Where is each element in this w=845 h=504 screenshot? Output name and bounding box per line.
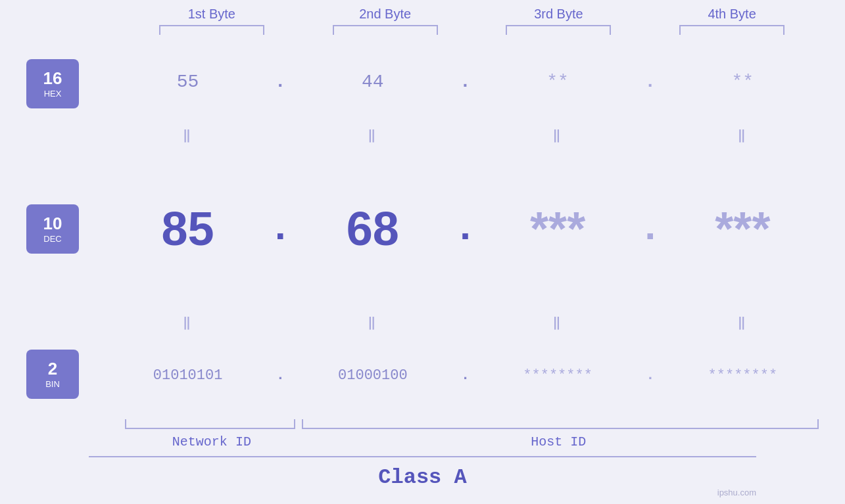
hex-b4-cell: **	[667, 72, 819, 92]
bin-b2-cell: 01000100	[297, 367, 448, 384]
dec-b1-value: 85	[162, 202, 214, 256]
bin-b4-cell: ********	[667, 367, 819, 384]
hex-b1-cell: 55	[112, 72, 264, 92]
hex-b2-value: 44	[362, 72, 384, 92]
hex-base: HEX	[44, 89, 62, 99]
top-brackets	[26, 25, 819, 35]
eq2-b3: ‖	[482, 314, 634, 331]
main-container: 1st Byte 2nd Byte 3rd Byte 4th Byte 16 H…	[0, 0, 845, 504]
hex-b1-value: 55	[177, 72, 199, 92]
bin-sep2: .	[449, 367, 482, 384]
bin-b1-cell: 01010101	[112, 367, 264, 384]
bin-num: 2	[48, 359, 57, 379]
hex-sep1: .	[264, 72, 297, 92]
hex-b4-value: **	[732, 72, 754, 92]
dec-sep3: .	[634, 206, 667, 251]
bracket-top-1	[159, 25, 264, 35]
dec-b1-cell: 85	[112, 202, 264, 256]
bin-b4-value: ********	[708, 367, 778, 384]
dec-b3-cell: ***	[482, 202, 634, 256]
host-bracket	[302, 419, 819, 429]
dec-num: 10	[43, 214, 62, 234]
hex-sep2: .	[449, 72, 482, 92]
network-bracket	[125, 419, 295, 429]
bin-b3-value: ********	[523, 367, 592, 384]
bottom-brackets-row	[125, 419, 819, 429]
bracket-top-2	[333, 25, 438, 35]
eq2-b4: ‖	[667, 314, 819, 331]
content-area: 16 HEX 10 DEC 2 BIN 55 .	[26, 41, 819, 416]
class-label: Class A	[378, 465, 466, 490]
bin-base: BIN	[45, 379, 60, 389]
data-columns: 55 . 44 . ** . **	[112, 41, 819, 416]
byte2-header: 2nd Byte	[299, 7, 472, 22]
hex-b3-value: **	[546, 72, 569, 92]
hex-badge: 16 HEX	[26, 59, 79, 108]
dec-b4-value: ***	[715, 202, 770, 256]
bracket-cell-2	[299, 25, 472, 35]
bracket-cell-4	[645, 25, 819, 35]
bracket-cell-1	[125, 25, 299, 35]
eq1-b3: ‖	[482, 127, 634, 143]
dec-b2-cell: 68	[297, 202, 448, 256]
bracket-top-4	[679, 25, 785, 35]
byte4-header: 4th Byte	[645, 7, 819, 22]
bin-sep3: .	[634, 367, 667, 384]
hex-num: 16	[43, 68, 62, 89]
byte3-header: 3rd Byte	[472, 7, 646, 22]
byte-headers: 1st Byte 2nd Byte 3rd Byte 4th Byte	[26, 7, 819, 22]
equals-row-2: ‖ ‖ ‖ ‖	[112, 309, 819, 336]
dec-badge: 10 DEC	[26, 204, 79, 254]
dec-base: DEC	[43, 234, 61, 244]
dec-row: 85 . 68 . *** . ***	[112, 149, 819, 309]
bin-sep1: .	[264, 367, 297, 384]
bin-row: 01010101 . 01000100 . ******** .	[112, 336, 819, 417]
bottom-section: Network ID Host ID	[26, 419, 819, 456]
dec-b2-value: 68	[347, 202, 399, 256]
equals-row-1: ‖ ‖ ‖ ‖	[112, 122, 819, 149]
host-id-label: Host ID	[299, 434, 819, 449]
bin-b1-value: 01010101	[153, 367, 223, 384]
byte1-header: 1st Byte	[125, 7, 299, 22]
label-column: 16 HEX 10 DEC 2 BIN	[26, 41, 112, 416]
labels-row: Network ID Host ID	[125, 434, 819, 449]
bracket-top-3	[506, 25, 611, 35]
bin-b3-cell: ********	[482, 367, 634, 384]
hex-b2-cell: 44	[297, 72, 448, 92]
eq1-b4: ‖	[667, 127, 819, 143]
bracket-cell-3	[472, 25, 646, 35]
watermark: ipshu.com	[717, 488, 756, 497]
eq1-b2: ‖	[297, 127, 448, 143]
dec-sep1: .	[264, 206, 297, 251]
network-id-label: Network ID	[125, 434, 299, 449]
dec-b3-value: ***	[530, 202, 585, 256]
class-section: Class A ipshu.com	[89, 456, 756, 497]
hex-sep3: .	[634, 72, 667, 92]
hex-b3-cell: **	[482, 72, 634, 92]
eq2-b1: ‖	[112, 314, 264, 331]
dec-sep2: .	[449, 206, 482, 251]
eq1-b1: ‖	[112, 127, 264, 143]
dec-b4-cell: ***	[667, 202, 819, 256]
eq2-b2: ‖	[297, 314, 448, 331]
hex-row: 55 . 44 . ** . **	[112, 41, 819, 122]
bin-badge: 2 BIN	[26, 350, 79, 399]
bin-b2-value: 01000100	[338, 367, 408, 384]
